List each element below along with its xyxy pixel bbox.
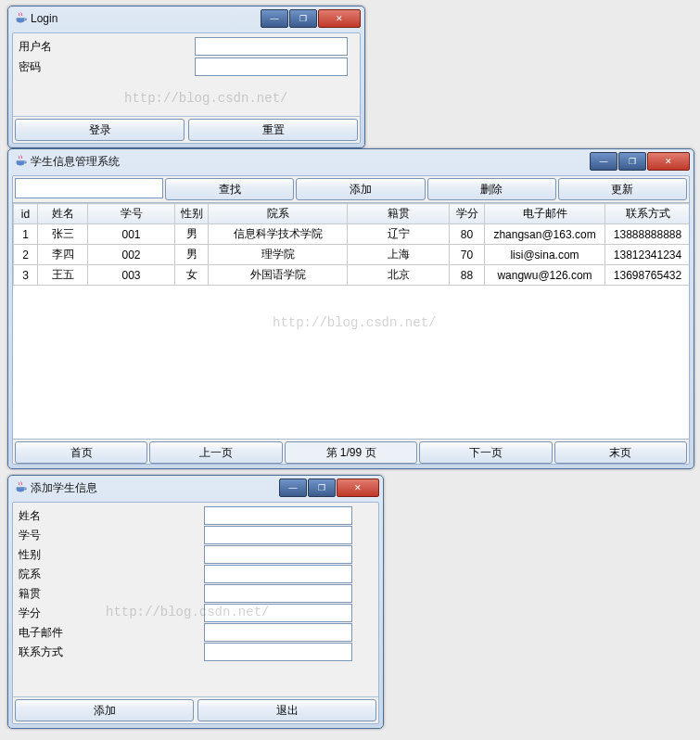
cell-email: zhangsan@163.com [485, 224, 605, 245]
next-page-button[interactable]: 下一页 [419, 441, 552, 464]
phone-input[interactable] [204, 643, 352, 661]
cell-gender: 男 [175, 245, 209, 265]
email-input[interactable] [204, 623, 352, 642]
add-student-window: 添加学生信息 — ❐ ✕ 姓名 学号 性别 院系 籍贯 学分 电子邮件 联系方式… [7, 475, 384, 729]
reset-button[interactable]: 重置 [188, 119, 358, 141]
cell-dept: 信息科学技术学院 [209, 224, 348, 245]
cell-dept: 外国语学院 [209, 265, 348, 286]
add-confirm-button[interactable]: 添加 [15, 699, 194, 721]
exit-button[interactable]: 退出 [197, 699, 376, 721]
java-icon [14, 155, 27, 168]
login-button[interactable]: 登录 [15, 119, 185, 141]
close-button[interactable]: ✕ [318, 9, 361, 28]
col-name[interactable]: 姓名 [38, 204, 88, 224]
cell-name: 王五 [38, 265, 88, 286]
dept-label: 院系 [19, 567, 204, 582]
table-row[interactable]: 1张三001男信息科学技术学院辽宁80zhangsan@163.com13888… [14, 224, 690, 245]
cell-hometown: 北京 [348, 265, 450, 286]
titlebar[interactable]: Login — ❐ ✕ [8, 6, 364, 29]
page-indicator: 第 1/99 页 [285, 441, 417, 464]
maximize-button[interactable]: ❐ [308, 478, 336, 497]
watermark: http://blog.csdn.net/ [273, 315, 436, 330]
gender-input[interactable] [204, 545, 352, 564]
sno-label: 学号 [19, 528, 204, 543]
cell-dept: 理学院 [209, 245, 348, 265]
close-button[interactable]: ✕ [337, 478, 379, 497]
window-title: 添加学生信息 [31, 480, 278, 496]
watermark: http://blog.csdn.net/ [124, 91, 287, 106]
cell-phone: 13698765432 [605, 265, 690, 286]
java-icon [14, 12, 27, 25]
login-window: Login — ❐ ✕ 用户名 密码 http://blog.csdn.net/… [7, 6, 365, 148]
maximize-button[interactable]: ❐ [618, 152, 646, 171]
prev-page-button[interactable]: 上一页 [149, 441, 282, 464]
col-credit[interactable]: 学分 [450, 204, 485, 224]
minimize-button[interactable]: — [261, 9, 288, 28]
name-label: 姓名 [19, 508, 204, 524]
password-input[interactable] [195, 57, 348, 76]
cell-email: lisi@sina.com [485, 245, 605, 265]
username-label: 用户名 [19, 39, 195, 55]
cell-gender: 女 [175, 265, 209, 286]
search-button[interactable]: 查找 [165, 178, 294, 200]
cell-sno: 003 [88, 265, 175, 286]
col-phone[interactable]: 联系方式 [605, 204, 690, 224]
credit-label: 学分 [19, 606, 204, 621]
email-label: 电子邮件 [19, 625, 204, 641]
maximize-button[interactable]: ❐ [289, 9, 317, 28]
main-window: 学生信息管理系统 — ❐ ✕ 查找 添加 删除 更新 id 姓名 [7, 148, 694, 469]
window-title: Login [31, 12, 260, 25]
cell-id: 3 [14, 265, 38, 286]
search-input[interactable] [15, 178, 163, 198]
gender-label: 性别 [19, 547, 204, 563]
col-sno[interactable]: 学号 [88, 204, 175, 224]
first-page-button[interactable]: 首页 [15, 441, 147, 464]
col-email[interactable]: 电子邮件 [485, 204, 605, 224]
cell-gender: 男 [175, 224, 209, 245]
col-gender[interactable]: 性别 [175, 204, 209, 224]
cell-phone: 13888888888 [605, 224, 690, 245]
java-icon [14, 481, 27, 494]
cell-credit: 88 [450, 265, 485, 286]
col-hometown[interactable]: 籍贯 [348, 204, 450, 224]
cell-name: 张三 [38, 224, 88, 245]
cell-id: 2 [14, 245, 38, 265]
table-row[interactable]: 2李四002男理学院上海70lisi@sina.com13812341234 [14, 245, 690, 265]
titlebar[interactable]: 添加学生信息 — ❐ ✕ [8, 476, 383, 498]
update-button[interactable]: 更新 [558, 178, 687, 200]
close-button[interactable]: ✕ [647, 152, 690, 171]
cell-email: wangwu@126.com [485, 265, 605, 286]
col-dept[interactable]: 院系 [209, 204, 348, 224]
cell-sno: 001 [88, 224, 175, 245]
password-label: 密码 [19, 59, 195, 75]
minimize-button[interactable]: — [590, 152, 617, 171]
phone-label: 联系方式 [19, 644, 204, 660]
username-input[interactable] [195, 37, 348, 56]
hometown-input[interactable] [204, 584, 352, 603]
hometown-label: 籍贯 [19, 586, 204, 602]
minimize-button[interactable]: — [279, 478, 307, 497]
add-button[interactable]: 添加 [296, 178, 425, 200]
credit-input[interactable] [204, 604, 352, 622]
cell-hometown: 辽宁 [348, 224, 450, 245]
cell-credit: 80 [450, 224, 485, 245]
cell-hometown: 上海 [348, 245, 450, 265]
dept-input[interactable] [204, 565, 352, 583]
sno-input[interactable] [204, 526, 352, 544]
cell-id: 1 [14, 224, 38, 245]
cell-sno: 002 [88, 245, 175, 265]
cell-phone: 13812341234 [605, 245, 690, 265]
window-title: 学生信息管理系统 [31, 154, 589, 170]
student-table[interactable]: id 姓名 学号 性别 院系 籍贯 学分 电子邮件 联系方式 1张三001男信息… [13, 203, 689, 439]
name-input[interactable] [204, 506, 352, 525]
titlebar[interactable]: 学生信息管理系统 — ❐ ✕ [8, 149, 694, 172]
delete-button[interactable]: 删除 [427, 178, 556, 200]
cell-name: 李四 [38, 245, 88, 265]
table-row[interactable]: 3王五003女外国语学院北京88wangwu@126.com1369876543… [14, 265, 690, 286]
cell-credit: 70 [450, 245, 485, 265]
last-page-button[interactable]: 末页 [554, 441, 687, 464]
col-id[interactable]: id [14, 204, 38, 224]
